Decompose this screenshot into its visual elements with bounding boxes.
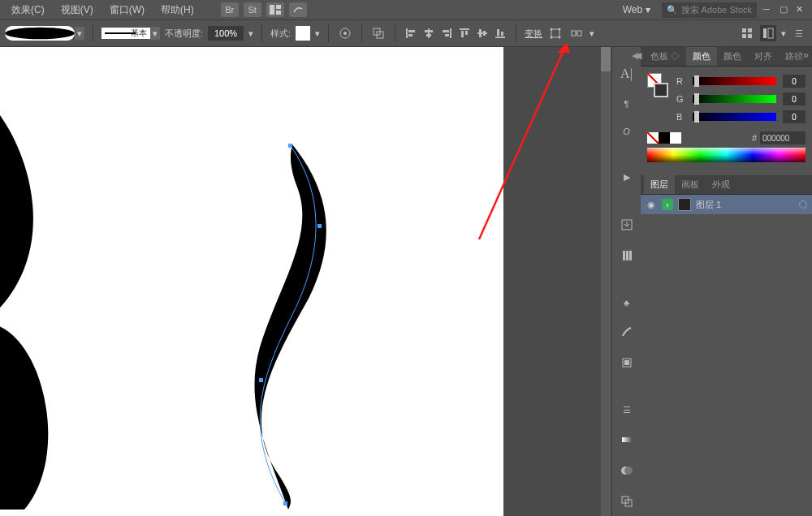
anchor-point[interactable] <box>283 501 287 505</box>
black-chip[interactable] <box>659 132 670 144</box>
stroke-swatch[interactable] <box>654 83 668 97</box>
anchor-point[interactable] <box>288 144 292 148</box>
grid-icon[interactable] <box>739 25 755 41</box>
symbols-panel-icon[interactable]: ♣ <box>617 298 637 307</box>
gradient-panel-icon[interactable] <box>617 433 637 446</box>
align-vcenter-icon[interactable] <box>475 26 490 41</box>
align-hcenter-icon[interactable] <box>421 26 436 41</box>
hex-input[interactable] <box>760 131 806 144</box>
none-color-chip[interactable] <box>647 132 659 144</box>
tab-align[interactable]: 对齐 <box>748 47 779 66</box>
chevron-down-icon: ▾ <box>646 4 650 15</box>
bridge-icon[interactable]: Br <box>221 2 239 17</box>
align-left-icon[interactable] <box>404 26 418 41</box>
opacity-input[interactable] <box>208 26 244 41</box>
paragraph-panel-icon[interactable]: ¶ <box>617 99 637 109</box>
chevron-down-icon[interactable]: ▾ <box>781 28 786 39</box>
minimize-icon[interactable]: ─ <box>763 4 775 15</box>
maximize-icon[interactable]: ▢ <box>780 4 791 15</box>
layer-thumbnail <box>678 198 691 211</box>
svg-rect-23 <box>497 29 499 36</box>
transform-link[interactable]: 变换 <box>525 28 542 40</box>
menu-help[interactable]: 帮助(H) <box>153 0 202 20</box>
layer-name[interactable]: 图层 1 <box>696 199 721 211</box>
stroke-profile-preview[interactable]: 基本 <box>102 28 150 39</box>
graphic-styles-icon[interactable] <box>617 356 637 369</box>
search-adobe-stock[interactable]: 🔍 搜索 Adobe Stock <box>662 2 757 18</box>
recolor-icon[interactable] <box>337 25 353 41</box>
isolate-icon[interactable] <box>370 25 387 41</box>
collapse-dock-icon[interactable]: ◀◀ <box>632 50 638 61</box>
tab-appearance[interactable]: 外观 <box>706 175 736 194</box>
control-toolbar: ▾ 基本 ▾ 不透明度: ▾ 样式: ▾ 变换 ▾ ▾ ☰ <box>0 19 812 47</box>
chevron-down-icon[interactable]: ▾ <box>248 28 253 39</box>
doc-profile-dropdown[interactable]: Web ▾ <box>618 2 655 17</box>
svg-rect-17 <box>461 31 464 37</box>
color-spectrum[interactable] <box>647 148 806 162</box>
actions-panel-icon[interactable]: ▶ <box>617 172 637 183</box>
visibility-icon[interactable]: ◉ <box>646 200 657 210</box>
brushes-panel-icon[interactable] <box>617 325 637 338</box>
white-chip[interactable] <box>670 132 681 144</box>
chevron-down-icon[interactable]: ▾ <box>315 28 320 39</box>
menu-window[interactable]: 窗口(W) <box>102 0 153 20</box>
svg-rect-14 <box>443 30 449 32</box>
anchor-point[interactable] <box>317 224 322 228</box>
asset-export-icon[interactable] <box>617 218 637 231</box>
transparency-panel-icon[interactable] <box>617 464 637 477</box>
slider-thumb[interactable] <box>694 75 699 87</box>
opentype-panel-icon[interactable]: O <box>617 127 637 136</box>
color-panel-tabs: 色板 ◇ 颜色 颜色 对齐 路径 <box>641 47 812 67</box>
stroke-profile-dropdown[interactable]: ▾ <box>150 27 160 40</box>
tab-layers[interactable]: 图层 <box>644 175 675 194</box>
layer-row[interactable]: ◉ › 图层 1 <box>641 195 812 214</box>
stock-icon[interactable]: St <box>244 2 261 17</box>
svg-rect-46 <box>624 360 629 365</box>
flyout-menu-icon[interactable]: ☰ <box>791 25 807 41</box>
brush-dropdown[interactable]: ▾ <box>75 27 84 40</box>
fill-stroke-swatches[interactable] <box>647 73 668 97</box>
tab-swatches[interactable]: 色板 ◇ <box>644 47 686 66</box>
panel-collapse-icon[interactable]: » <box>803 49 809 61</box>
align-panel-icon[interactable] <box>617 249 637 262</box>
align-bottom-icon[interactable] <box>493 26 508 41</box>
gpu-icon[interactable] <box>289 2 307 17</box>
scroll-thumb[interactable] <box>601 47 611 71</box>
svg-rect-9 <box>408 34 412 37</box>
constrain-icon[interactable] <box>568 25 585 41</box>
stroke-panel-icon[interactable]: ☰ <box>617 405 637 415</box>
character-panel-icon[interactable]: A| <box>617 67 637 81</box>
target-icon[interactable] <box>799 200 807 209</box>
tab-color[interactable]: 颜色 <box>686 47 717 66</box>
menu-view[interactable]: 视图(V) <box>53 0 102 20</box>
b-input[interactable] <box>783 110 806 123</box>
slider-thumb[interactable] <box>694 111 699 123</box>
panel-toggle-icon[interactable] <box>760 25 776 41</box>
tab-artboards[interactable]: 画板 <box>675 175 706 194</box>
artboard[interactable] <box>0 47 503 516</box>
g-input[interactable] <box>783 92 806 105</box>
chevron-down-icon[interactable]: ▾ <box>590 28 594 39</box>
style-swatch[interactable] <box>296 26 310 41</box>
svg-point-29 <box>559 37 561 39</box>
r-slider[interactable] <box>693 77 776 85</box>
svg-rect-12 <box>426 34 431 37</box>
g-slider[interactable] <box>693 95 776 103</box>
vertical-scrollbar[interactable] <box>601 47 611 516</box>
menu-effects[interactable]: 效果(C) <box>3 0 53 20</box>
arrange-docs-icon[interactable] <box>266 2 284 17</box>
tab-color-guide[interactable]: 颜色 <box>717 47 748 66</box>
anchor-point[interactable] <box>259 378 263 382</box>
stroke-style-label: 基本 <box>131 28 147 39</box>
r-input[interactable] <box>783 75 806 88</box>
layers-panel: ◉ › 图层 1 <box>641 195 812 214</box>
align-right-icon[interactable] <box>439 26 454 41</box>
close-icon[interactable]: ✕ <box>796 4 807 15</box>
brush-preview[interactable] <box>5 26 75 41</box>
slider-thumb[interactable] <box>694 93 699 105</box>
transform-box-icon[interactable] <box>547 25 564 41</box>
b-slider[interactable] <box>693 113 776 121</box>
align-top-icon[interactable] <box>457 26 472 41</box>
expand-layer-icon[interactable]: › <box>662 199 673 210</box>
pathfinder-panel-icon[interactable] <box>617 495 637 508</box>
